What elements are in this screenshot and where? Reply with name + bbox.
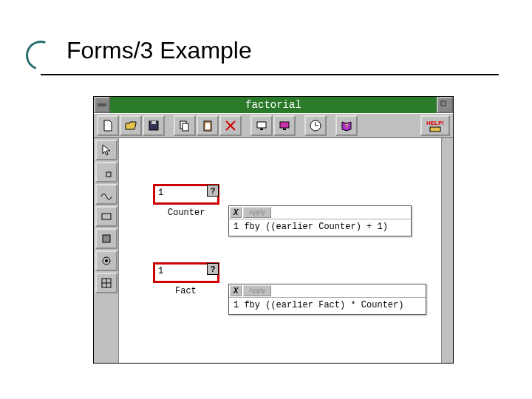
- file-icon: [101, 119, 115, 132]
- tool-3[interactable]: [95, 184, 117, 205]
- workspace: 1 ? Counter X Apply 1 fby ((earlier Coun…: [94, 138, 453, 363]
- counter-value: 1: [158, 188, 163, 198]
- svg-rect-12: [280, 122, 289, 128]
- folder-open-icon: [124, 119, 137, 132]
- toolbar: ? HELP!: [94, 113, 453, 138]
- pointer-icon: [100, 143, 113, 157]
- cut-x-icon: [224, 119, 237, 132]
- svg-rect-19: [106, 172, 111, 177]
- pointer-tool[interactable]: [95, 140, 117, 160]
- fact-cell[interactable]: 1 ?: [153, 262, 219, 283]
- paste-button[interactable]: [197, 115, 219, 136]
- svg-rect-20: [102, 214, 111, 219]
- tool-palette: [94, 138, 119, 363]
- open-button[interactable]: [120, 115, 142, 136]
- resize-button[interactable]: [437, 97, 453, 113]
- canvas[interactable]: 1 ? Counter X Apply 1 fby ((earlier Coun…: [119, 138, 441, 363]
- fact-value: 1: [158, 266, 163, 276]
- svg-point-23: [105, 259, 108, 262]
- counter-label: Counter: [168, 208, 205, 218]
- svg-rect-11: [260, 129, 263, 130]
- clock-button[interactable]: [304, 115, 327, 136]
- slide-title: Forms/3 Example: [66, 37, 252, 64]
- svg-text:?: ?: [345, 123, 349, 129]
- svg-rect-21: [103, 235, 110, 242]
- fact-formula-text[interactable]: 1 fby ((earlier Fact) * Counter): [229, 298, 426, 315]
- svg-rect-18: [430, 127, 440, 132]
- svg-rect-10: [257, 122, 266, 128]
- titlebar: factorial: [94, 97, 453, 113]
- svg-rect-5: [183, 123, 188, 131]
- app-window: factorial ? HELP!: [93, 96, 454, 364]
- screen2-button[interactable]: [273, 115, 296, 136]
- window-title: factorial: [110, 97, 437, 113]
- svg-rect-1: [441, 101, 446, 106]
- disk-icon: [147, 119, 160, 132]
- copy-button[interactable]: [174, 115, 196, 136]
- window-menu-button[interactable]: [94, 97, 110, 113]
- help-book-button[interactable]: ?: [335, 115, 358, 136]
- small-box-icon: [100, 166, 113, 179]
- rect-icon: [100, 210, 113, 223]
- folder-icon: [426, 126, 444, 132]
- save-button[interactable]: [143, 115, 165, 136]
- radio-icon: [100, 254, 113, 267]
- tool-7[interactable]: [95, 273, 117, 293]
- counter-apply-button[interactable]: Apply: [243, 207, 271, 218]
- tool-5[interactable]: [95, 228, 117, 249]
- table-icon: [100, 276, 113, 290]
- counter-close-button[interactable]: X: [230, 207, 242, 218]
- paste-icon: [201, 119, 214, 132]
- tool-2[interactable]: [95, 162, 117, 183]
- box-icon: [100, 232, 113, 245]
- vertical-scrollbar[interactable]: [441, 138, 453, 363]
- tool-6[interactable]: [95, 250, 117, 271]
- counter-cell[interactable]: 1 ?: [153, 184, 219, 205]
- book-icon: ?: [340, 119, 353, 132]
- svg-rect-3: [151, 121, 156, 124]
- cut-button[interactable]: [219, 115, 242, 136]
- monitor-color-icon: [278, 119, 291, 132]
- help-button[interactable]: HELP!: [420, 115, 450, 136]
- tool-4[interactable]: [95, 206, 117, 227]
- fact-formula-box: X Apply 1 fby ((earlier Fact) * Counter): [228, 284, 426, 315]
- clock-icon: [309, 119, 322, 132]
- bullet-decoration: [21, 35, 60, 75]
- copy-icon: [178, 119, 191, 132]
- fact-close-button[interactable]: X: [230, 285, 242, 296]
- fact-query-button[interactable]: ?: [207, 263, 219, 275]
- counter-query-button[interactable]: ?: [207, 185, 219, 197]
- new-button[interactable]: [97, 115, 119, 136]
- monitor-icon: [255, 119, 268, 132]
- svg-rect-0: [98, 103, 106, 106]
- counter-formula-text[interactable]: 1 fby ((earlier Counter) + 1): [229, 219, 411, 236]
- wave-icon: [100, 188, 113, 201]
- svg-rect-13: [283, 129, 286, 130]
- fact-apply-button[interactable]: Apply: [243, 285, 271, 296]
- window-menu-icon: [95, 98, 109, 112]
- help-label: HELP!: [426, 120, 444, 126]
- resize-icon: [438, 98, 451, 112]
- screen1-button[interactable]: [250, 115, 273, 136]
- fact-label: Fact: [175, 286, 197, 296]
- svg-rect-7: [205, 123, 210, 129]
- counter-formula-box: X Apply 1 fby ((earlier Counter) + 1): [228, 205, 412, 236]
- title-underline: [41, 74, 499, 75]
